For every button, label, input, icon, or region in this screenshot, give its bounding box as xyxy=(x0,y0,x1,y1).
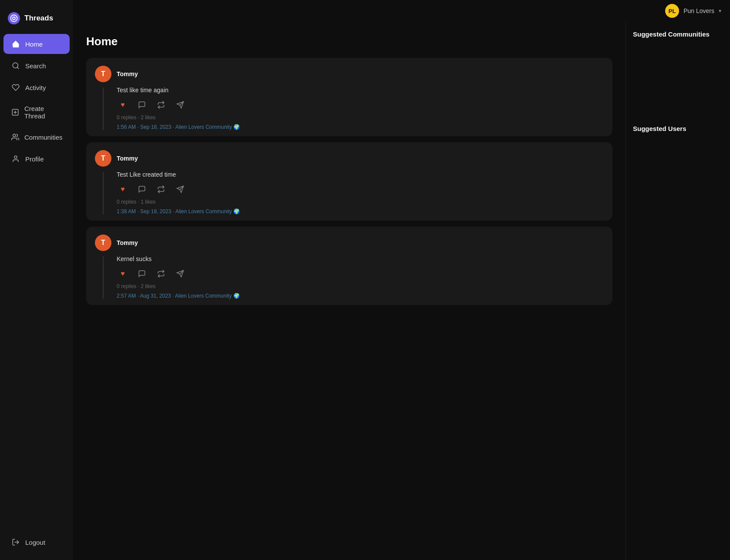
thread-stats: 0 replies · 2 likes xyxy=(117,114,604,121)
logout-icon xyxy=(11,538,20,547)
comment-button[interactable] xyxy=(136,99,148,111)
like-button[interactable]: ♥ xyxy=(117,183,129,195)
comment-button[interactable] xyxy=(136,268,148,280)
thread-username: Tommy xyxy=(117,155,138,162)
thread-line xyxy=(103,87,104,130)
thread-username: Tommy xyxy=(117,70,138,77)
thread-line-col xyxy=(95,171,111,215)
suggested-users-title: Suggested Users xyxy=(633,125,723,132)
nav-logout[interactable]: Logout xyxy=(3,532,70,552)
thread-line xyxy=(103,256,104,299)
thread-header: T Tommy xyxy=(95,66,604,82)
create-thread-icon xyxy=(11,108,19,117)
thread-body: Kernel sucks ♥ xyxy=(117,255,604,299)
home-icon xyxy=(11,40,20,48)
repost-button[interactable] xyxy=(155,268,167,280)
main-content: Home T Tommy Test like time again xyxy=(73,22,626,560)
avatar: T xyxy=(95,235,111,251)
nav-home[interactable]: Home xyxy=(3,34,70,54)
app-logo[interactable]: Threads xyxy=(0,7,73,33)
nav-search[interactable]: Search xyxy=(3,56,70,76)
thread-timestamp: 1:38 AM · Sep 18, 2023 · Alien Lovers Co… xyxy=(117,208,604,215)
thread-timestamp: 2:57 AM · Aug 31, 2023 · Alien Lovers Co… xyxy=(117,293,604,299)
avatar: T xyxy=(95,150,111,167)
nav-create-thread[interactable]: Create Thread xyxy=(3,99,70,125)
like-button[interactable]: ♥ xyxy=(117,99,129,111)
community-name: Pun Lovers xyxy=(683,7,714,14)
thread-actions: ♥ xyxy=(117,99,604,111)
thread-stats: 0 replies · 2 likes xyxy=(117,283,604,289)
search-icon xyxy=(11,61,20,70)
page-title: Home xyxy=(86,35,612,48)
thread-content: Test like time again ♥ xyxy=(95,87,604,130)
sidebar: Threads Home Search Activity xyxy=(0,0,73,560)
nav-communities[interactable]: Communities xyxy=(3,127,70,147)
thread-header: T Tommy xyxy=(95,235,604,251)
thread-header: T Tommy xyxy=(95,150,604,167)
like-button[interactable]: ♥ xyxy=(117,268,129,280)
nav-profile[interactable]: Profile xyxy=(3,149,70,169)
nav-activity[interactable]: Activity xyxy=(3,77,70,97)
repost-button[interactable] xyxy=(155,183,167,195)
comment-button[interactable] xyxy=(136,183,148,195)
thread-card: T Tommy Test Like created time ♥ xyxy=(86,142,612,221)
svg-point-7 xyxy=(13,134,16,137)
topbar-community[interactable]: PL Pun Lovers ▾ xyxy=(665,4,721,18)
app-title: Threads xyxy=(24,14,53,23)
thread-stats: 0 replies · 1 likes xyxy=(117,199,604,205)
thread-meta: Tommy xyxy=(117,70,138,77)
thread-body: Test like time again ♥ xyxy=(117,87,604,130)
logo-icon xyxy=(8,12,20,24)
suggested-communities-title: Suggested Communities xyxy=(633,30,723,38)
avatar: T xyxy=(95,66,111,82)
svg-point-1 xyxy=(13,17,15,20)
thread-username: Tommy xyxy=(117,239,138,246)
thread-line-col xyxy=(95,87,111,130)
community-avatar: PL xyxy=(665,4,679,18)
right-panel: Suggested Communities Suggested Users xyxy=(626,22,730,560)
share-button[interactable] xyxy=(174,99,186,111)
share-button[interactable] xyxy=(174,268,186,280)
thread-meta: Tommy xyxy=(117,239,138,246)
thread-content: Test Like created time ♥ xyxy=(95,171,604,215)
thread-actions: ♥ xyxy=(117,268,604,280)
repost-button[interactable] xyxy=(155,99,167,111)
chevron-down-icon: ▾ xyxy=(719,8,721,14)
thread-line xyxy=(103,172,104,215)
thread-text: Kernel sucks xyxy=(117,255,604,262)
svg-point-8 xyxy=(14,156,17,158)
activity-icon xyxy=(11,83,20,92)
topbar: PL Pun Lovers ▾ xyxy=(146,0,730,22)
thread-line-col xyxy=(95,255,111,299)
share-button[interactable] xyxy=(174,183,186,195)
thread-meta: Tommy xyxy=(117,155,138,162)
svg-point-0 xyxy=(11,15,17,22)
thread-content: Kernel sucks ♥ xyxy=(95,255,604,299)
thread-text: Test Like created time xyxy=(117,171,604,178)
thread-card: T Tommy Kernel sucks ♥ xyxy=(86,227,612,305)
thread-text: Test like time again xyxy=(117,87,604,94)
communities-icon xyxy=(11,133,19,141)
thread-actions: ♥ xyxy=(117,183,604,195)
thread-body: Test Like created time ♥ xyxy=(117,171,604,215)
svg-line-3 xyxy=(17,67,18,68)
profile-icon xyxy=(11,154,20,163)
thread-card: T Tommy Test like time again ♥ xyxy=(86,58,612,136)
thread-timestamp: 1:56 AM · Sep 18, 2023 · Alien Lovers Co… xyxy=(117,124,604,130)
